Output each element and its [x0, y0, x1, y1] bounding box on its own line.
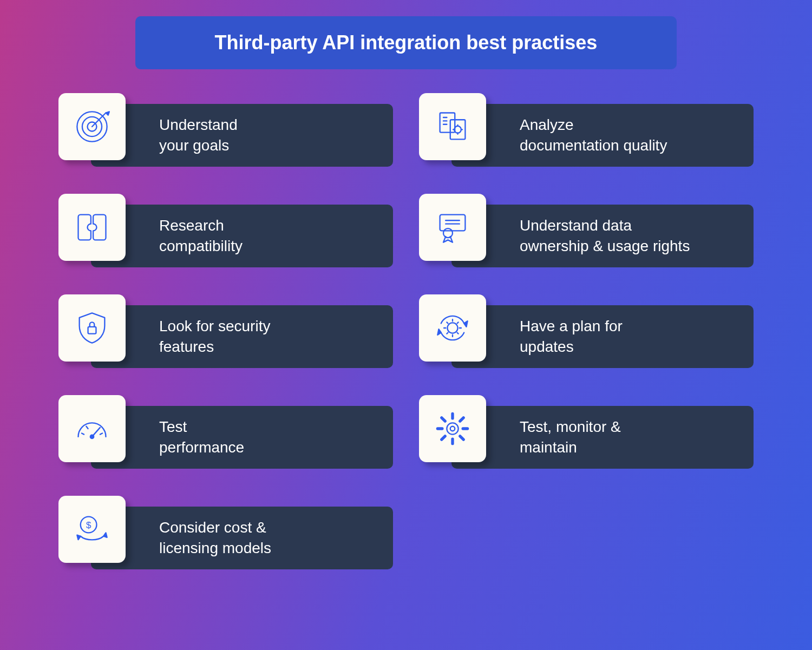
- svg-line-3: [92, 113, 106, 127]
- card-body: Understand your goals: [91, 104, 393, 167]
- list-item: Test, monitor & maintain: [419, 395, 754, 469]
- gauge-icon: [58, 395, 126, 462]
- page-title: Third-party API integration best practis…: [135, 16, 677, 69]
- svg-point-6: [90, 435, 94, 438]
- columns-container: Understand your goals Research compatibi…: [32, 93, 780, 569]
- list-item: Research compatibility: [58, 194, 393, 267]
- card-body: Understand data ownership & usage rights: [451, 205, 754, 267]
- svg-line-7: [82, 434, 84, 435]
- card-body: Analyze documentation quality: [451, 104, 754, 167]
- left-column: Understand your goals Research compatibi…: [58, 93, 393, 569]
- card-label: Consider cost & licensing models: [159, 517, 271, 559]
- list-item: Test performance: [58, 395, 393, 469]
- gear-icon: [419, 395, 486, 462]
- svg-point-24: [450, 426, 455, 431]
- gear-cycle-icon: [419, 294, 486, 362]
- right-column: Analyze documentation quality Understand…: [419, 93, 754, 569]
- documents-icon: [419, 93, 486, 160]
- card-body: Have a plan for updates: [451, 305, 754, 368]
- card-label: Test performance: [159, 417, 244, 458]
- card-label: Understand your goals: [159, 115, 238, 156]
- svg-point-21: [443, 228, 453, 238]
- card-body: Test performance: [91, 406, 393, 469]
- cost-cycle-icon: $: [58, 496, 126, 563]
- svg-rect-18: [440, 215, 466, 231]
- svg-line-9: [100, 434, 102, 435]
- card-label: Research compatibility: [159, 215, 243, 257]
- list-item: Analyze documentation quality: [419, 93, 754, 167]
- shield-lock-icon: [58, 294, 126, 362]
- card-body: Consider cost & licensing models: [91, 507, 393, 569]
- card-label: Analyze documentation quality: [520, 115, 667, 156]
- certificate-icon: [419, 194, 486, 261]
- svg-rect-4: [88, 327, 96, 334]
- svg-line-8: [86, 426, 88, 429]
- card-body: Research compatibility: [91, 205, 393, 267]
- list-item: Consider cost & licensing models $: [58, 496, 393, 569]
- title-text: Third-party API integration best practis…: [215, 31, 598, 54]
- list-item: Look for security features: [58, 294, 393, 368]
- card-body: Test, monitor & maintain: [451, 406, 754, 469]
- list-item: Understand data ownership & usage rights: [419, 194, 754, 267]
- card-label: Have a plan for updates: [520, 316, 623, 357]
- svg-point-23: [447, 423, 458, 434]
- list-item: Understand your goals: [58, 93, 393, 167]
- target-icon: [58, 93, 126, 160]
- card-label: Test, monitor & maintain: [520, 417, 621, 458]
- svg-point-22: [447, 323, 457, 333]
- card-label: Look for security features: [159, 316, 270, 357]
- card-body: Look for security features: [91, 305, 393, 368]
- list-item: Have a plan for updates: [419, 294, 754, 368]
- puzzle-icon: [58, 194, 126, 261]
- card-label: Understand data ownership & usage rights: [520, 215, 690, 257]
- svg-rect-16: [450, 120, 466, 139]
- svg-text:$: $: [86, 520, 91, 530]
